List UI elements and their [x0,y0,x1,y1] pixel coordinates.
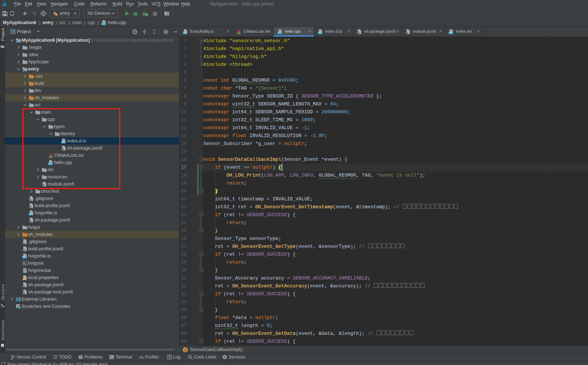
svg-text:TS: TS [23,256,25,258]
svg-text:ETS: ETS [449,32,452,34]
svg-text:TS: TS [183,32,186,34]
svg-text:C++: C++ [102,23,106,25]
svg-text:C++: C++ [278,32,282,34]
svg-text:TS: TS [318,32,321,34]
svg-text:TS: TS [29,213,32,215]
